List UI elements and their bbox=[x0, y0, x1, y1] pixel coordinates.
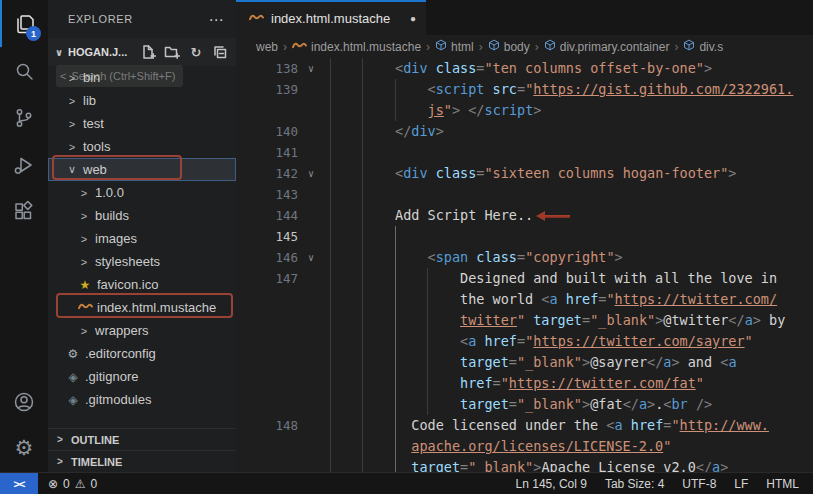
code-row-140[interactable]: 140 </div> bbox=[236, 121, 813, 142]
explorer-icon[interactable]: 1 bbox=[0, 0, 48, 47]
code-row-147[interactable]: 147 Designed and built with all the love… bbox=[236, 268, 813, 289]
status-tab-size[interactable]: Tab Size: 4 bbox=[605, 477, 664, 491]
code-row-141[interactable]: 141 bbox=[236, 142, 813, 163]
new-file-icon[interactable] bbox=[140, 44, 156, 60]
new-folder-icon[interactable] bbox=[164, 44, 180, 60]
code-content[interactable]: js"> </script> bbox=[324, 100, 813, 121]
tree-item-tools[interactable]: >tools bbox=[48, 135, 236, 158]
tree-item-web[interactable]: ∨web bbox=[48, 158, 236, 181]
code-content[interactable]: twitter" target="_blank">@twitter</a> by bbox=[324, 310, 813, 331]
status-line-col[interactable]: Ln 145, Col 9 bbox=[516, 477, 587, 491]
line-number[interactable] bbox=[236, 289, 298, 310]
code-row-147-wrap4[interactable]: target="_blank">@sayrer</a> and <a bbox=[236, 352, 813, 373]
line-number[interactable] bbox=[236, 373, 298, 394]
line-number[interactable] bbox=[236, 310, 298, 331]
tree-item-images[interactable]: >images bbox=[48, 227, 236, 250]
more-actions-icon[interactable]: ⋯ bbox=[208, 12, 224, 27]
code-row-147-wrap2[interactable]: twitter" target="_blank">@twitter</a> by bbox=[236, 310, 813, 331]
tree-item-index.html.mustache[interactable]: index.html.mustache bbox=[48, 296, 236, 319]
code-content[interactable] bbox=[324, 226, 813, 247]
code-row-146[interactable]: 146∨ <span class="copyright"> bbox=[236, 247, 813, 268]
tree-item-lib[interactable]: >lib bbox=[48, 89, 236, 112]
collapse-all-icon[interactable] bbox=[212, 44, 228, 60]
tree-item-.gitignore[interactable]: ◈.gitignore bbox=[48, 365, 236, 388]
code-row-147-wrap6[interactable]: target="_blank">@fat</a>.<br /> bbox=[236, 394, 813, 415]
code-row-147-wrap3[interactable]: <a href="https://twitter.com/sayrer" bbox=[236, 331, 813, 352]
breadcrumb-item-web[interactable]: web bbox=[256, 40, 278, 54]
settings-icon[interactable]: ⚙ bbox=[0, 425, 48, 472]
line-number[interactable]: 147 bbox=[236, 268, 298, 289]
code-row-147-wrap1[interactable]: the world <a href="https://twitter.com/ bbox=[236, 289, 813, 310]
code-row-145[interactable]: 145 bbox=[236, 226, 813, 247]
code-content[interactable]: <div class="sixteen columns hogan-footer… bbox=[324, 163, 813, 184]
line-number[interactable]: 141 bbox=[236, 142, 298, 163]
line-number[interactable]: 148 bbox=[236, 415, 298, 436]
code-row-148-wrap2[interactable]: target="_blank">Apache License v2.0</a> bbox=[236, 457, 813, 472]
line-number[interactable] bbox=[236, 436, 298, 457]
code-content[interactable]: </div> bbox=[324, 121, 813, 142]
section-outline[interactable]: >OUTLINE bbox=[48, 428, 236, 450]
problems-status[interactable]: ⊗ 0 ⚠ 0 bbox=[38, 477, 97, 491]
code-content[interactable]: target="_blank">Apache License v2.0</a> bbox=[324, 457, 813, 472]
search-icon[interactable] bbox=[0, 47, 48, 94]
run-debug-icon[interactable] bbox=[0, 141, 48, 188]
code-content[interactable]: <span class="copyright"> bbox=[324, 247, 813, 268]
code-content[interactable]: <script src="https://gist.github.com/232… bbox=[324, 79, 813, 100]
code-content[interactable]: Designed and built with all the love in bbox=[324, 268, 813, 289]
line-number[interactable]: 138 bbox=[236, 58, 298, 79]
partially-visible-file-row[interactable] bbox=[48, 411, 236, 428]
tree-item-stylesheets[interactable]: >stylesheets bbox=[48, 250, 236, 273]
breadcrumb-item-div-primary-container[interactable]: div.primary.container bbox=[544, 39, 670, 54]
tree-item-test[interactable]: >test bbox=[48, 112, 236, 135]
section-timeline[interactable]: >TIMELINE bbox=[48, 450, 236, 472]
remote-indicator[interactable]: >< bbox=[0, 473, 38, 494]
source-control-icon[interactable] bbox=[0, 94, 48, 141]
line-number[interactable]: 146 bbox=[236, 247, 298, 268]
code-content[interactable]: Add Script Here.. bbox=[324, 205, 813, 226]
tab-index-html-mustache[interactable]: index.html.mustache ● bbox=[236, 0, 426, 35]
tree-item-favicon.ico[interactable]: ★favicon.ico bbox=[48, 273, 236, 296]
code-content[interactable]: target="_blank">@fat</a>.<br /> bbox=[324, 394, 813, 415]
code-content[interactable] bbox=[324, 142, 813, 163]
code-row-147-wrap5[interactable]: href="https://twitter.com/fat" bbox=[236, 373, 813, 394]
code-row-142[interactable]: 142∨ <div class="sixteen columns hogan-f… bbox=[236, 163, 813, 184]
line-number[interactable]: 143 bbox=[236, 184, 298, 205]
code-content[interactable]: <a href="https://twitter.com/sayrer" bbox=[324, 331, 813, 352]
tree-item-wrappers[interactable]: >wrappers bbox=[48, 319, 236, 342]
line-number[interactable]: 142 bbox=[236, 163, 298, 184]
code-row-138[interactable]: 138∨ <div class="ten columns offset-by-o… bbox=[236, 58, 813, 79]
line-number[interactable] bbox=[236, 352, 298, 373]
tree-item-1.0.0[interactable]: >1.0.0 bbox=[48, 181, 236, 204]
code-content[interactable]: target="_blank">@sayrer</a> and <a bbox=[324, 352, 813, 373]
line-number[interactable]: 140 bbox=[236, 121, 298, 142]
line-number[interactable] bbox=[236, 331, 298, 352]
code-content[interactable]: Code licensed under the <a href="http://… bbox=[324, 415, 813, 436]
fold-chevron-icon[interactable]: ∨ bbox=[298, 247, 324, 268]
code-content[interactable] bbox=[324, 184, 813, 205]
code-editor[interactable]: 138∨ <div class="ten columns offset-by-o… bbox=[236, 58, 813, 472]
project-root-row[interactable]: ∨ HOGAN.J... ↻ bbox=[48, 38, 236, 66]
modified-dot-icon[interactable]: ● bbox=[410, 13, 416, 24]
tree-item-.gitmodules[interactable]: ◈.gitmodules bbox=[48, 388, 236, 411]
status-eol[interactable]: LF bbox=[734, 477, 748, 491]
line-number[interactable]: 139 bbox=[236, 79, 298, 100]
breadcrumb-item-div-s[interactable]: div.s bbox=[683, 39, 723, 54]
refresh-icon[interactable]: ↻ bbox=[188, 44, 204, 60]
status-encoding[interactable]: UTF-8 bbox=[682, 477, 716, 491]
code-content[interactable]: apache.org/licenses/LICENSE-2.0" bbox=[324, 436, 813, 457]
tree-item-.editorconfig[interactable]: ⚙.editorconfig bbox=[48, 342, 236, 365]
code-row-148[interactable]: 148 Code licensed under the <a href="htt… bbox=[236, 415, 813, 436]
code-row-139-wrap1[interactable]: js"> </script> bbox=[236, 100, 813, 121]
fold-chevron-icon[interactable]: ∨ bbox=[298, 58, 324, 79]
status-language[interactable]: HTML bbox=[766, 477, 799, 491]
code-row-139[interactable]: 139 <script src="https://gist.github.com… bbox=[236, 79, 813, 100]
code-row-144[interactable]: 144 Add Script Here.. bbox=[236, 205, 813, 226]
line-number[interactable] bbox=[236, 100, 298, 121]
tree-item-builds[interactable]: >builds bbox=[48, 204, 236, 227]
extensions-icon[interactable] bbox=[0, 188, 48, 235]
code-content[interactable]: <div class="ten columns offset-by-one"> bbox=[324, 58, 813, 79]
code-content[interactable]: href="https://twitter.com/fat" bbox=[324, 373, 813, 394]
breadcrumb-item-index-html-mustache[interactable]: index.html.mustache bbox=[292, 40, 421, 54]
line-number[interactable] bbox=[236, 457, 298, 472]
code-row-143[interactable]: 143 bbox=[236, 184, 813, 205]
